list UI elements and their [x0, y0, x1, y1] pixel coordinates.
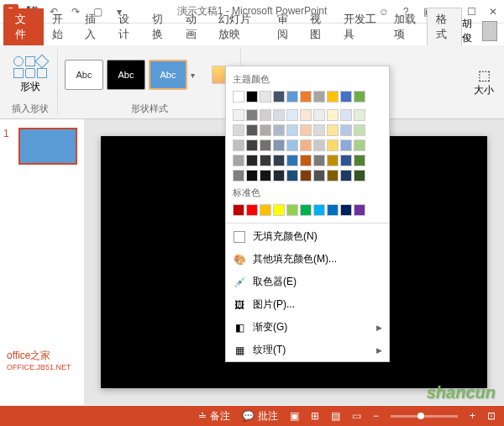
tab-transitions[interactable]: 切换: [144, 8, 177, 45]
color-swatch[interactable]: [300, 91, 312, 103]
style-preset-black[interactable]: Abc: [107, 60, 145, 90]
color-swatch[interactable]: [246, 170, 258, 181]
color-swatch[interactable]: [260, 155, 271, 166]
color-swatch[interactable]: [273, 155, 285, 166]
color-swatch[interactable]: [273, 91, 285, 103]
color-swatch[interactable]: [273, 139, 285, 151]
view-reading-icon[interactable]: ▤: [331, 410, 340, 422]
view-slideshow-icon[interactable]: ▭: [352, 410, 361, 422]
color-swatch[interactable]: [260, 91, 271, 103]
view-normal-icon[interactable]: ▣: [290, 410, 299, 422]
color-swatch[interactable]: [233, 170, 244, 181]
color-swatch[interactable]: [246, 204, 258, 216]
eyedropper-item[interactable]: 💉 取色器(E): [226, 271, 389, 293]
color-swatch[interactable]: [233, 124, 244, 136]
color-swatch[interactable]: [313, 139, 325, 151]
tab-review[interactable]: 审阅: [269, 8, 302, 45]
picture-fill-item[interactable]: 🖼 图片(P)...: [226, 293, 389, 316]
tab-file[interactable]: 文件: [3, 8, 44, 45]
color-swatch[interactable]: [340, 109, 352, 121]
view-sorter-icon[interactable]: ⊞: [311, 410, 319, 422]
color-swatch[interactable]: [340, 124, 352, 136]
color-swatch[interactable]: [340, 204, 352, 216]
color-swatch[interactable]: [286, 204, 298, 216]
style-preset-white[interactable]: Abc: [65, 60, 103, 90]
color-swatch[interactable]: [300, 109, 312, 121]
color-swatch[interactable]: [273, 124, 285, 136]
color-swatch[interactable]: [300, 124, 312, 136]
avatar[interactable]: [482, 21, 497, 41]
color-swatch[interactable]: [340, 155, 352, 166]
zoom-slider[interactable]: [391, 415, 458, 418]
user-area[interactable]: 胡俊: [462, 17, 501, 45]
color-swatch[interactable]: [340, 139, 352, 151]
texture-fill-item[interactable]: ▦ 纹理(T) ▶: [226, 339, 389, 361]
color-swatch[interactable]: [354, 124, 365, 136]
color-swatch[interactable]: [286, 139, 298, 151]
style-more-icon[interactable]: ▾: [191, 71, 195, 80]
color-swatch[interactable]: [233, 155, 244, 166]
color-swatch[interactable]: [286, 155, 298, 166]
color-swatch[interactable]: [313, 91, 325, 103]
color-swatch[interactable]: [233, 109, 244, 121]
tab-format[interactable]: 格式: [427, 8, 462, 45]
color-swatch[interactable]: [233, 204, 244, 216]
color-swatch[interactable]: [233, 139, 244, 151]
color-swatch[interactable]: [246, 139, 258, 151]
color-swatch[interactable]: [327, 91, 339, 103]
more-colors-item[interactable]: 🎨 其他填充颜色(M)...: [226, 248, 389, 271]
color-swatch[interactable]: [286, 91, 298, 103]
color-swatch[interactable]: [286, 109, 298, 121]
size-button[interactable]: ⬚ 大小: [474, 67, 494, 97]
color-swatch[interactable]: [327, 155, 339, 166]
color-swatch[interactable]: [260, 124, 271, 136]
fit-window-icon[interactable]: ⊡: [487, 410, 496, 422]
color-swatch[interactable]: [300, 170, 312, 181]
color-swatch[interactable]: [286, 124, 298, 136]
color-swatch[interactable]: [327, 139, 339, 151]
color-swatch[interactable]: [313, 170, 325, 181]
color-swatch[interactable]: [246, 91, 258, 103]
color-swatch[interactable]: [273, 109, 285, 121]
color-swatch[interactable]: [260, 109, 271, 121]
shapes-gallery-button[interactable]: 形状: [10, 53, 50, 97]
no-fill-item[interactable]: 无填充颜色(N): [226, 225, 389, 248]
tab-design[interactable]: 设计: [110, 8, 144, 45]
tab-slideshow[interactable]: 幻灯片放映: [210, 8, 268, 45]
color-swatch[interactable]: [246, 155, 258, 166]
color-swatch[interactable]: [260, 204, 271, 216]
gradient-fill-item[interactable]: ◧ 渐变(G) ▶: [226, 316, 389, 339]
color-swatch[interactable]: [340, 91, 352, 103]
color-swatch[interactable]: [313, 109, 325, 121]
color-swatch[interactable]: [327, 170, 339, 181]
color-swatch[interactable]: [354, 109, 365, 121]
color-swatch[interactable]: [246, 124, 258, 136]
color-swatch[interactable]: [354, 155, 365, 166]
color-swatch[interactable]: [313, 204, 325, 216]
color-swatch[interactable]: [354, 91, 365, 103]
color-swatch[interactable]: [354, 204, 365, 216]
color-swatch[interactable]: [327, 109, 339, 121]
tab-insert[interactable]: 插入: [76, 8, 110, 45]
color-swatch[interactable]: [327, 124, 339, 136]
color-swatch[interactable]: [300, 155, 312, 166]
tab-addins[interactable]: 加载项: [386, 8, 428, 45]
color-swatch[interactable]: [246, 109, 258, 121]
color-swatch[interactable]: [260, 170, 271, 181]
color-swatch[interactable]: [300, 204, 312, 216]
comments-button[interactable]: 💬 批注: [242, 409, 278, 423]
color-swatch[interactable]: [300, 139, 312, 151]
tab-animations[interactable]: 动画: [177, 8, 211, 45]
color-swatch[interactable]: [340, 170, 352, 181]
notes-button[interactable]: ≐ 备注: [198, 409, 230, 423]
tab-home[interactable]: 开始: [44, 8, 77, 45]
color-swatch[interactable]: [273, 170, 285, 181]
color-swatch[interactable]: [354, 170, 365, 181]
zoom-in-icon[interactable]: +: [470, 410, 475, 422]
color-swatch[interactable]: [233, 91, 244, 103]
color-swatch[interactable]: [327, 204, 339, 216]
tab-developer[interactable]: 开发工具: [335, 8, 385, 45]
color-swatch[interactable]: [286, 170, 298, 181]
color-swatch[interactable]: [313, 155, 325, 166]
zoom-out-icon[interactable]: −: [373, 410, 379, 422]
